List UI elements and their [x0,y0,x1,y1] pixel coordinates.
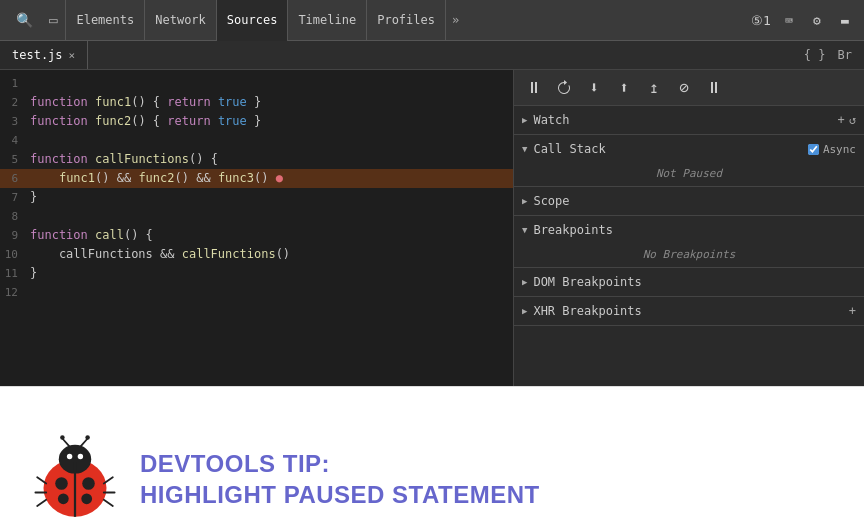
breakpoints-label: Breakpoints [533,223,612,237]
svg-point-6 [81,493,92,504]
callstack-actions: Async [808,143,856,156]
breakpoint-btn[interactable]: Br [834,46,856,64]
code-line-1: 1 [0,74,513,93]
pause-exception-btn[interactable]: ⏸ [702,76,726,100]
dom-breakpoints-header[interactable]: ▶ DOM Breakpoints [514,268,864,296]
svg-point-8 [78,454,83,459]
watch-label: Watch [533,113,569,127]
tip-title-line1: DevTools Tip: [140,448,540,479]
step-over-btn[interactable]: ⬇ [582,76,606,100]
callstack-label: Call Stack [533,142,605,156]
nav-bar: 🔍 ▭ Elements Network Sources Timeline Pr… [0,0,864,41]
svg-point-4 [82,477,95,490]
tip-text: DevTools Tip: Highlight Paused Statement [140,448,540,510]
watch-header[interactable]: ▶ Watch + ↺ [514,106,864,134]
code-line-2: 2 function func1() { return true } [0,93,513,112]
callstack-triangle: ▼ [522,144,527,154]
code-line-8: 8 [0,207,513,226]
svg-line-18 [104,500,113,506]
svg-point-5 [58,493,69,504]
reload-scripts-btn[interactable] [552,76,576,100]
file-tab-label: test.js [12,48,63,62]
async-text: Async [823,143,856,156]
right-panel: ⏸ ⬇ ⬆ ↥ ⊘ ⏸ ▶ [514,70,864,386]
nav-profiles[interactable]: Profiles [367,0,446,41]
nav-right-controls: ⑤1 ⌨ ⚙ ▬ [750,9,856,31]
pause-btn[interactable]: ⏸ [522,76,546,100]
scope-label: Scope [533,194,569,208]
dom-breakpoints-section: ▶ DOM Breakpoints [514,268,864,297]
watch-triangle: ▶ [522,115,527,125]
scope-header[interactable]: ▶ Scope [514,187,864,215]
nav-timeline[interactable]: Timeline [288,0,367,41]
svg-line-10 [80,439,87,447]
breakpoints-header[interactable]: ▼ Breakpoints [514,216,864,244]
step-into-btn[interactable]: ⬆ [612,76,636,100]
devtools-wrapper: 🔍 ▭ Elements Network Sources Timeline Pr… [0,0,864,530]
svg-point-11 [60,435,65,440]
nav-sources[interactable]: Sources [217,0,289,41]
dom-breakpoints-triangle: ▶ [522,277,527,287]
callstack-section: ▼ Call Stack Async Not Paused [514,135,864,187]
xhr-breakpoints-label: XHR Breakpoints [533,304,641,318]
code-line-11: 11 } [0,264,513,283]
format-btn[interactable]: { } [800,46,830,64]
watch-refresh-btn[interactable]: ↺ [849,113,856,127]
svg-point-7 [67,454,72,459]
terminal-icon[interactable]: ⌨ [778,9,800,31]
async-checkbox[interactable] [808,144,819,155]
xhr-breakpoints-actions: + [849,304,856,318]
settings-icon[interactable]: ⚙ [806,9,828,31]
xhr-breakpoints-triangle: ▶ [522,306,527,316]
nav-network[interactable]: Network [145,0,217,41]
watch-section: ▶ Watch + ↺ [514,106,864,135]
code-line-3: 3 function func2() { return true } [0,112,513,131]
svg-point-12 [85,435,90,440]
scope-section: ▶ Scope [514,187,864,216]
code-editor[interactable]: 1 2 function func1() { return true } 3 f… [0,70,514,386]
counter-badge: ⑤1 [750,9,772,31]
tab-close-btn[interactable]: × [69,49,76,62]
deactivate-btn[interactable]: ⊘ [672,76,696,100]
ladybug-icon [30,434,120,524]
tip-title-line2: Highlight Paused Statement [140,479,540,510]
svg-line-15 [37,500,46,506]
code-line-10: 10 callFunctions && callFunctions() [0,245,513,264]
code-lines: 1 2 function func1() { return true } 3 f… [0,70,513,306]
xhr-add-btn[interactable]: + [849,304,856,318]
tip-area: DevTools Tip: Highlight Paused Statement [0,386,864,530]
async-label: Async [808,143,856,156]
code-line-7: 7 } [0,188,513,207]
nav-more[interactable]: » [446,13,465,27]
svg-point-3 [55,477,68,490]
code-line-12: 12 [0,283,513,302]
callstack-header[interactable]: ▼ Call Stack Async [514,135,864,163]
xhr-breakpoints-section: ▶ XHR Breakpoints + [514,297,864,326]
dom-breakpoints-label: DOM Breakpoints [533,275,641,289]
debug-toolbar: ⏸ ⬇ ⬆ ↥ ⊘ ⏸ [514,70,864,106]
code-line-6: 6 func1() && func2() && func3() ● [0,169,513,188]
devtools-area: test.js × { } Br 1 2 function func1() [0,41,864,386]
code-line-5: 5 function callFunctions() { [0,150,513,169]
watch-actions: + ↺ [838,113,856,127]
mobile-icon[interactable]: ▭ [41,12,65,28]
step-out-btn[interactable]: ↥ [642,76,666,100]
nav-elements[interactable]: Elements [65,0,145,41]
code-line-9: 9 function call() { [0,226,513,245]
svg-line-9 [62,439,69,447]
file-tab-test-js[interactable]: test.js × [0,41,88,69]
monitor-icon[interactable]: ▬ [834,9,856,31]
watch-add-btn[interactable]: + [838,113,845,127]
breakpoints-section: ▼ Breakpoints No Breakpoints [514,216,864,268]
tab-bar: test.js × { } Br [0,41,864,70]
breakpoints-triangle: ▼ [522,225,527,235]
code-line-4: 4 [0,131,513,150]
tab-controls: { } Br [800,46,864,64]
xhr-breakpoints-header[interactable]: ▶ XHR Breakpoints + [514,297,864,325]
breakpoints-content: No Breakpoints [514,244,864,267]
callstack-content: Not Paused [514,163,864,186]
search-icon[interactable]: 🔍 [8,12,41,28]
scope-triangle: ▶ [522,196,527,206]
devtools-body: 1 2 function func1() { return true } 3 f… [0,70,864,386]
